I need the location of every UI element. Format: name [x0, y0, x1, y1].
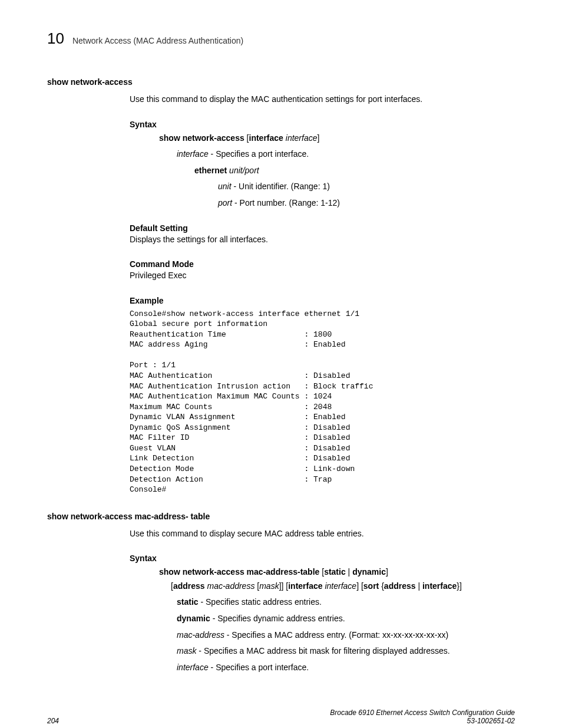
page-header: 10 Network Access (MAC Address Authentic… — [47, 29, 515, 48]
section2-description: Use this command to display secure MAC a… — [130, 528, 515, 540]
param-static: static - Specifies static address entrie… — [177, 597, 515, 608]
syntax2-heading: Syntax — [130, 554, 515, 563]
param-interface2: interface - Specifies a port interface. — [177, 662, 515, 674]
page-number: 204 — [47, 717, 59, 725]
syntax-line: show network-access [interface interface… — [159, 133, 515, 144]
example-heading: Example — [130, 296, 515, 305]
chapter-number: 10 — [47, 29, 64, 48]
command-mode-text: Privileged Exec — [130, 270, 515, 282]
param-mac-address: mac-address - Specifies a MAC address en… — [177, 630, 515, 641]
syntax2-line1: show network-access mac-address-table [s… — [159, 566, 515, 578]
syntax-heading: Syntax — [130, 120, 515, 129]
section-title-mac-address-table: show network-access mac-address- table — [47, 512, 515, 521]
default-setting-text: Displays the settings for all interfaces… — [130, 234, 515, 246]
section-title-show-network-access: show network-access — [47, 77, 515, 87]
syntax2-line2: [address mac-address [mask]] [interface … — [171, 581, 515, 592]
default-setting-heading: Default Setting — [130, 223, 515, 233]
chapter-title: Network Access (MAC Address Authenticati… — [72, 36, 243, 45]
page-footer: 204 Brocade 6910 Ethernet Access Switch … — [47, 709, 515, 725]
param-ethernet: ethernet unit/port — [194, 165, 515, 177]
section-description: Use this command to display the MAC auth… — [130, 94, 515, 106]
doc-title: Brocade 6910 Ethernet Access Switch Conf… — [330, 709, 515, 725]
command-mode-heading: Command Mode — [130, 259, 515, 269]
example-code-block: Console#show network-access interface et… — [130, 309, 515, 495]
param-unit: unit - Unit identifier. (Range: 1) — [218, 181, 515, 193]
param-mask: mask - Specifies a MAC address bit mask … — [177, 645, 515, 657]
param-port: port - Port number. (Range: 1-12) — [218, 197, 515, 209]
param-dynamic: dynamic - Specifies dynamic address entr… — [177, 613, 515, 625]
param-interface: interface - Specifies a port interface. — [177, 149, 515, 160]
